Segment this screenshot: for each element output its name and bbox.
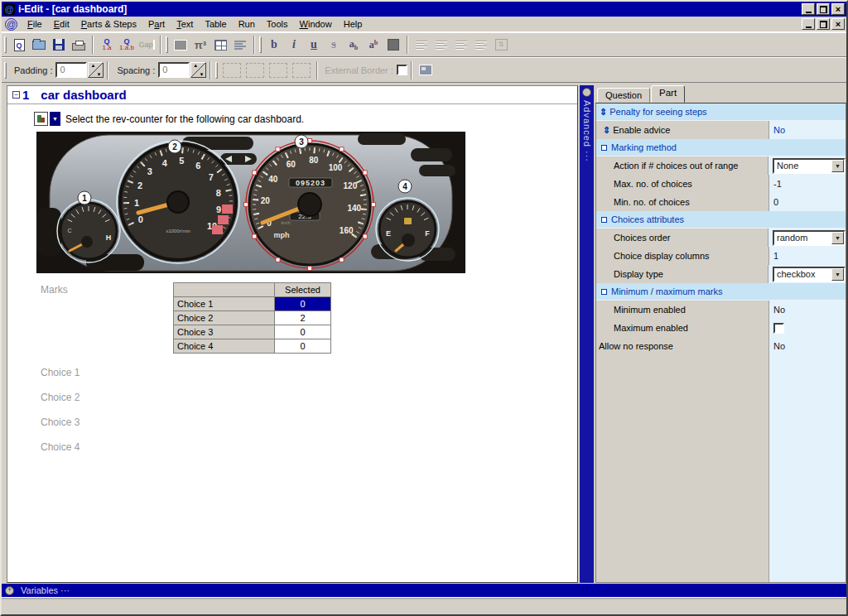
menu-item-part[interactable]: Part bbox=[142, 17, 171, 31]
italic-button[interactable]: i bbox=[284, 36, 304, 55]
action-if-choices-out-of-range-dropdown[interactable]: None▼ bbox=[773, 158, 846, 174]
menu-item-edit[interactable]: Edit bbox=[48, 17, 75, 31]
insert-image-button[interactable] bbox=[171, 36, 190, 55]
advanced-tab[interactable]: Advanced ··· bbox=[580, 85, 594, 583]
border-preset-button[interactable] bbox=[246, 63, 264, 78]
part-numbering-button[interactable]: Q1.a.b bbox=[117, 36, 137, 55]
choice-item-choice-3[interactable]: Choice 3 bbox=[41, 416, 577, 428]
variables-bar[interactable]: Variables ··· bbox=[2, 584, 846, 597]
property-value-min-no-of-choices[interactable]: 0 bbox=[769, 193, 846, 211]
menu-item-help[interactable]: Help bbox=[338, 17, 369, 31]
toolbar-grip[interactable] bbox=[4, 62, 7, 79]
menu-item-table[interactable]: Table bbox=[199, 17, 232, 31]
preview-question-button[interactable]: Q bbox=[9, 36, 29, 55]
property-value-maximum-enabled[interactable] bbox=[769, 319, 846, 337]
insert-table-button[interactable] bbox=[210, 36, 230, 55]
choice-marker-1-label[interactable]: 1 bbox=[82, 194, 87, 203]
menu-item-parts-steps[interactable]: Parts & Steps bbox=[75, 17, 142, 31]
marks-choice-value[interactable]: 0 bbox=[275, 297, 331, 311]
menu-item-window[interactable]: Window bbox=[294, 17, 338, 31]
marks-choice-label[interactable]: Choice 4 bbox=[174, 339, 275, 354]
border-preset-button[interactable] bbox=[269, 63, 287, 78]
marks-choice-value[interactable]: 0 bbox=[275, 339, 331, 354]
category-marking-method[interactable]: Marking method bbox=[596, 139, 846, 156]
property-value-max-no-of-choices[interactable]: -1 bbox=[769, 175, 846, 193]
chevron-down-icon[interactable]: ▼ bbox=[831, 232, 844, 244]
maximum-enabled-checkbox[interactable] bbox=[773, 323, 784, 334]
document-close-button[interactable]: × bbox=[831, 18, 845, 30]
padding-input[interactable]: 0 bbox=[55, 62, 87, 78]
underline-button[interactable]: u bbox=[304, 36, 324, 55]
subscript-button[interactable]: ab bbox=[344, 36, 364, 55]
document-area[interactable]: − 1 car dashboard ▼ Select the rev-count… bbox=[7, 85, 578, 583]
chevron-down-icon[interactable]: ▼ bbox=[831, 160, 844, 172]
superscript-button[interactable]: ab bbox=[364, 36, 383, 55]
print-button[interactable] bbox=[69, 36, 89, 55]
marks-choice-label[interactable]: Choice 2 bbox=[174, 311, 275, 325]
document-minimize-button[interactable] bbox=[802, 18, 815, 30]
marks-choice-value[interactable]: 0 bbox=[275, 325, 331, 339]
tab-question[interactable]: Question bbox=[597, 88, 650, 103]
menu-item-tools[interactable]: Tools bbox=[261, 17, 294, 31]
chevron-down-icon[interactable]: ▼ bbox=[831, 268, 844, 281]
document-restore-button[interactable] bbox=[817, 18, 830, 30]
dashboard-image[interactable]: 012345678910x1000r/min020406080100120140… bbox=[36, 132, 465, 273]
close-button[interactable]: × bbox=[831, 3, 845, 15]
tab-part[interactable]: Part bbox=[651, 85, 685, 103]
paragraph-button[interactable] bbox=[230, 36, 250, 55]
justify-button[interactable] bbox=[471, 36, 491, 55]
advanced-pin-icon[interactable] bbox=[582, 88, 591, 97]
toolbar-grip[interactable] bbox=[259, 36, 262, 53]
choice-item-choice-1[interactable]: Choice 1 bbox=[41, 367, 577, 378]
align-left-button[interactable] bbox=[412, 36, 431, 55]
save-button[interactable] bbox=[49, 36, 69, 55]
external-border-checkbox[interactable] bbox=[397, 65, 407, 75]
category-penalty-for-seeing-steps[interactable]: ⇕Penalty for seeing steps bbox=[596, 103, 846, 121]
open-button[interactable] bbox=[29, 36, 49, 55]
property-value-minimum-enabled[interactable]: No bbox=[769, 301, 846, 319]
category-box-icon[interactable] bbox=[601, 289, 607, 295]
bold-button[interactable]: b bbox=[264, 36, 284, 55]
question-numbering-button[interactable]: Q1.a bbox=[97, 36, 117, 55]
strikethrough-button[interactable]: s bbox=[324, 36, 344, 55]
menu-item-text[interactable]: Text bbox=[171, 17, 199, 31]
category-box-icon[interactable] bbox=[601, 217, 607, 223]
property-value-enable-advice[interactable]: No bbox=[769, 121, 846, 139]
align-right-button[interactable] bbox=[451, 36, 471, 55]
choice-marker-2-label[interactable]: 2 bbox=[172, 142, 177, 152]
border-preset-button[interactable] bbox=[223, 63, 241, 78]
insert-formula-button[interactable]: π³ bbox=[190, 36, 210, 55]
border-preset-button[interactable] bbox=[292, 63, 311, 78]
marks-choice-label[interactable]: Choice 3 bbox=[174, 325, 275, 339]
marks-choice-value[interactable]: 2 bbox=[275, 311, 331, 325]
collapse-part-icon[interactable]: − bbox=[12, 91, 20, 99]
restore-button[interactable] bbox=[817, 3, 830, 15]
minimize-button[interactable] bbox=[802, 3, 815, 15]
marks-choice-label[interactable]: Choice 1 bbox=[174, 297, 275, 311]
gap-button[interactable]: Gap bbox=[137, 36, 157, 55]
question-image-button[interactable] bbox=[34, 112, 48, 126]
move-item-button[interactable]: ⇅ bbox=[491, 36, 511, 55]
category-box-icon[interactable] bbox=[601, 145, 607, 151]
toolbar-grip[interactable] bbox=[4, 36, 7, 53]
toolbar-grip[interactable] bbox=[215, 62, 218, 79]
choices-order-dropdown[interactable]: random▼ bbox=[773, 230, 846, 246]
choice-marker-3-label[interactable]: 3 bbox=[299, 137, 304, 147]
choice-item-choice-4[interactable]: Choice 4 bbox=[41, 441, 577, 453]
menu-item-file[interactable]: File bbox=[22, 17, 48, 31]
question-type-dropdown[interactable]: ▼ bbox=[50, 112, 60, 126]
property-value-display-type[interactable]: checkbox▼ bbox=[768, 265, 846, 283]
property-value-allow-no-response[interactable]: No bbox=[769, 337, 846, 355]
toolbar-grip[interactable] bbox=[166, 36, 168, 53]
padding-spinner[interactable] bbox=[88, 62, 104, 78]
spacing-spinner[interactable] bbox=[190, 62, 206, 78]
property-value-action-if-choices-out-of-range[interactable]: None▼ bbox=[768, 156, 846, 175]
property-value-choice-display-columns[interactable]: 1 bbox=[769, 247, 846, 265]
document-system-icon[interactable]: @ bbox=[5, 18, 17, 31]
display-type-dropdown[interactable]: checkbox▼ bbox=[773, 267, 846, 282]
property-value-choices-order[interactable]: random▼ bbox=[768, 229, 846, 247]
table-properties-button[interactable] bbox=[416, 60, 436, 79]
text-color-button[interactable] bbox=[383, 36, 403, 55]
category-choices-attributes[interactable]: Choices attributes bbox=[596, 211, 846, 229]
category-minimum-maximum-marks[interactable]: Minimum / maximum marks bbox=[596, 283, 846, 301]
